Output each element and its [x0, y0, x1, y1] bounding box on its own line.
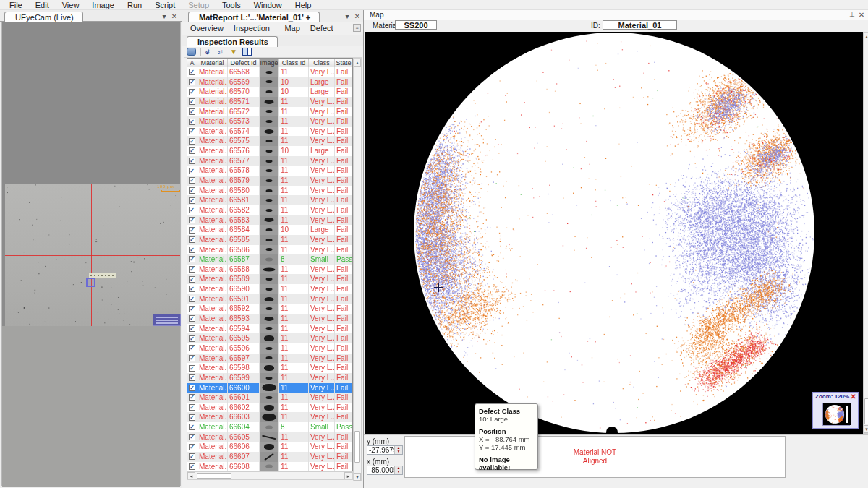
table-row[interactable]: ✓Material...6657811Very L...Fail: [187, 166, 352, 176]
row-checkbox[interactable]: ✓: [187, 412, 197, 422]
table-row[interactable]: ✓Material...6660311Very L...Fail: [187, 412, 352, 422]
row-checkbox[interactable]: ✓: [187, 176, 197, 186]
table-row[interactable]: ✓Material...6660511Very L...Fail: [187, 432, 352, 442]
column-header-a[interactable]: A: [187, 59, 197, 67]
id-field[interactable]: Material_01: [603, 20, 677, 30]
row-checkbox[interactable]: ✓: [187, 245, 197, 255]
row-checkbox[interactable]: ✓: [187, 274, 197, 284]
tab-matreport[interactable]: MatReport L:'...'Material_01' +: [188, 12, 320, 22]
table-row[interactable]: ✓Material...6659711Very L...Fail: [187, 354, 352, 364]
table-row[interactable]: ✓Material...6658311Very L...Fail: [187, 215, 352, 226]
row-checkbox[interactable]: ✓: [187, 304, 197, 314]
row-checkbox[interactable]: ✓: [187, 225, 197, 235]
row-checkbox[interactable]: ✓: [187, 87, 197, 97]
close-icon[interactable]: ✕: [851, 393, 856, 401]
table-row[interactable]: ✓Material...6658111Very L...Fail: [187, 195, 352, 205]
row-checkbox[interactable]: ✓: [187, 205, 197, 215]
export-icon[interactable]: [187, 48, 196, 56]
x-coordinate-field[interactable]: -85.0005▲▼: [367, 466, 403, 475]
columns-icon[interactable]: [242, 48, 252, 56]
menu-script[interactable]: Script: [148, 0, 182, 10]
row-checkbox[interactable]: ✓: [187, 186, 197, 196]
table-row[interactable]: ✓Material...6659111Very L...Fail: [187, 294, 352, 304]
wafer-map[interactable]: [365, 32, 863, 434]
table-row[interactable]: ✓Material...6656910LargeFail: [187, 77, 352, 87]
pin-icon[interactable]: ⊥: [848, 11, 856, 18]
row-checkbox[interactable]: ✓: [187, 403, 197, 413]
menu-tools[interactable]: Tools: [216, 0, 247, 10]
table-row[interactable]: ✓Material...6660811Very L...Fail: [187, 462, 352, 472]
menu-file[interactable]: File: [3, 0, 29, 10]
table-row[interactable]: ✓Material...6657311Very L...Fail: [187, 116, 352, 127]
row-checkbox[interactable]: ✓: [187, 354, 197, 364]
row-checkbox[interactable]: ✓: [187, 116, 197, 127]
table-row[interactable]: ✓Material...6658410LargeFail: [187, 225, 352, 235]
table-row[interactable]: ✓Material...6659811Very L...Fail: [187, 363, 352, 373]
row-checkbox[interactable]: ✓: [187, 97, 197, 107]
nav-map[interactable]: Map: [279, 23, 305, 34]
table-row[interactable]: ✓Material...6658811Very L...Fail: [187, 265, 352, 275]
table-row[interactable]: ✓Material...6658011Very L...Fail: [187, 186, 352, 196]
tab-inspection-results[interactable]: Inspection Results: [187, 36, 278, 47]
table-row[interactable]: ✓Material...6660211Very L...Fail: [187, 403, 352, 413]
row-checkbox[interactable]: ✓: [187, 452, 197, 462]
row-checkbox[interactable]: ✓: [187, 294, 197, 304]
table-row[interactable]: ✓Material...6657010LargeFail: [187, 87, 352, 97]
table-row[interactable]: ✓Material...6658511Very L...Fail: [187, 235, 352, 245]
chevron-down-icon[interactable]: ▾: [160, 12, 169, 20]
nav-defect-class-chart[interactable]: Defect Class Chart: [305, 23, 357, 34]
column-header-class[interactable]: Class: [309, 59, 335, 67]
table-row[interactable]: ✓Material...6659511Very L...Fail: [187, 333, 352, 343]
table-row[interactable]: ✓Material...6656811Very L...Fail: [187, 67, 352, 77]
table-row[interactable]: ✓Material...6659611Very L...Fail: [187, 343, 352, 354]
nav-overview[interactable]: Overview: [185, 23, 229, 34]
row-checkbox[interactable]: ✓: [187, 127, 197, 137]
menu-help[interactable]: Help: [289, 0, 318, 10]
row-checkbox[interactable]: ✓: [187, 284, 197, 294]
row-checkbox[interactable]: ✓: [187, 432, 197, 442]
row-checkbox[interactable]: ✓: [187, 265, 197, 275]
row-checkbox[interactable]: ✓: [187, 254, 197, 265]
row-checkbox[interactable]: ✓: [187, 373, 197, 383]
tab-ueyecam-live[interactable]: UEyeCam (Live): [4, 12, 83, 22]
column-header-material[interactable]: Material: [197, 59, 228, 67]
table-row[interactable]: ✓Material...6660611Very L...Fail: [187, 442, 352, 452]
row-checkbox[interactable]: ✓: [187, 136, 197, 146]
table-row[interactable]: ✓Material...6659211Very L...Fail: [187, 304, 352, 314]
table-horizontal-scrollbar[interactable]: ◄ ►: [187, 471, 353, 480]
table-row[interactable]: ✓Material...6657211Very L...Fail: [187, 107, 352, 117]
column-header-state[interactable]: State: [335, 59, 352, 67]
table-row[interactable]: ✓Material...6657911Very L...Fail: [187, 176, 352, 186]
y-coordinate-field[interactable]: -27.9679▲▼: [367, 445, 403, 455]
row-checkbox[interactable]: ✓: [187, 442, 197, 452]
close-icon[interactable]: ✕: [353, 12, 362, 20]
nav-overflow-icon[interactable]: ≡: [353, 24, 361, 32]
row-checkbox[interactable]: ✓: [187, 314, 197, 324]
menu-window[interactable]: Window: [247, 0, 289, 10]
row-checkbox[interactable]: ✓: [187, 215, 197, 226]
table-row[interactable]: ✓Material...6658211Very L...Fail: [187, 205, 352, 215]
row-checkbox[interactable]: ✓: [187, 333, 197, 343]
table-row[interactable]: ✓Material...6660111Very L...Fail: [187, 393, 352, 403]
menu-run[interactable]: Run: [121, 0, 148, 10]
row-checkbox[interactable]: ✓: [187, 146, 197, 156]
table-row[interactable]: ✓Material...6658911Very L...Fail: [187, 274, 352, 284]
find-icon[interactable]: ಠ: [205, 48, 215, 56]
column-header-image[interactable]: Image: [260, 59, 279, 67]
menu-view[interactable]: View: [56, 0, 86, 10]
row-checkbox[interactable]: ✓: [187, 67, 197, 77]
row-checkbox[interactable]: ✓: [187, 343, 197, 354]
menu-image[interactable]: Image: [85, 0, 121, 10]
row-checkbox[interactable]: ✓: [187, 393, 197, 403]
sort-icon[interactable]: ₂↓: [218, 48, 227, 56]
table-row[interactable]: ✓Material...6659411Very L...Fail: [187, 324, 352, 334]
menu-edit[interactable]: Edit: [29, 0, 56, 10]
row-checkbox[interactable]: ✓: [187, 166, 197, 176]
close-icon[interactable]: ✕: [857, 11, 866, 19]
table-row[interactable]: ✓Material...6659911Very L...Fail: [187, 373, 352, 383]
map-vertical-scrollbar[interactable]: ▲ ▼: [863, 32, 868, 434]
row-checkbox[interactable]: ✓: [187, 235, 197, 245]
row-checkbox[interactable]: ✓: [187, 107, 197, 117]
row-checkbox[interactable]: ✓: [187, 195, 197, 205]
table-row[interactable]: ✓Material...6658611Very L...Fail: [187, 245, 352, 255]
